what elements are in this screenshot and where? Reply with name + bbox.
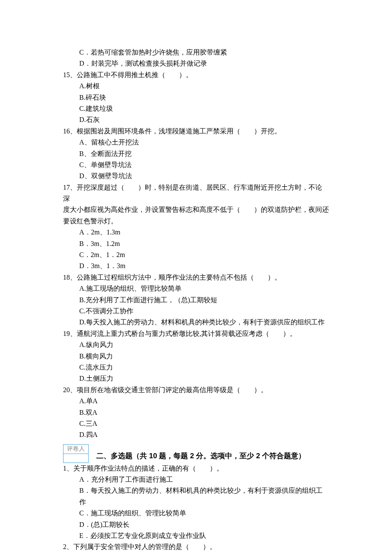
q20-option-c: C.三A	[63, 418, 329, 429]
q16-stem: 16、根据围岩及周围环境条件，浅埋段隧道施工严禁采用（ ）开挖。	[63, 126, 329, 137]
m1-option-d: D．(总)工期较长	[63, 519, 329, 530]
q19-stem: 19、通航河流上重力式桥台与重力式桥墩比较,其计算荷载还应考虑（ ）。	[63, 328, 329, 339]
q17-stem-line3: 要设红色警示灯。	[63, 216, 329, 227]
q20-option-d: D.四A	[63, 429, 329, 440]
q18-stem: 18、公路施工过程组织方法中，顺序作业法的主要特点不包括（ ）。	[63, 272, 329, 283]
q16-option-a: A、留核心土开挖法	[63, 137, 329, 148]
q15-stem: 15、公路施工中不得用推土机推（ ）。	[63, 69, 329, 81]
m1-option-b: B．每天投入施工的劳动力、材料和机具的种类比较少，有利于资源供应的组织工作	[63, 485, 329, 508]
q15-option-a: A.树根	[63, 81, 329, 92]
q17-option-c: C．2m、1．2m	[63, 249, 329, 260]
section-2-title: 二、多选题（共 10 题，每题 2 分。选项中，至少 2 个符合题意）	[96, 450, 306, 463]
q20-stem: 20、项目所在地省级交通主管部门评定的最高信用等级是（ ）。	[63, 384, 329, 396]
m2-stem: 2、下列属于安全管理中对人的管理的是（ ）。	[63, 541, 329, 552]
q18-option-d: D.每天投入施工的劳动力、材料和机具的种类比较少，有利于资源供应的组织工作	[63, 317, 329, 328]
q17-stem-line2: 度大小都应视为高处作业，并设置警告标志和高度不低于（ ）的双道防护栏，夜间还	[63, 204, 329, 215]
q18-option-c: C.不强调分工协作	[63, 306, 329, 317]
q20-option-b: B.双A	[63, 407, 329, 418]
scorer-blank	[63, 454, 89, 463]
q15-option-d: D.石灰	[63, 114, 329, 125]
q17-option-d: D．3m、1．3m	[63, 260, 329, 272]
q16-option-b: B、全断面法开挖	[63, 148, 329, 159]
m1-option-c: C．施工现场的组织、管理比较简单	[63, 508, 329, 519]
q19-option-a: A.纵向风力	[63, 339, 329, 350]
q17-option-a: A．2m、1.3m	[63, 227, 329, 238]
q19-option-d: D.土侧压力	[63, 373, 329, 384]
q16-option-c: C、单侧壁导坑法	[63, 159, 329, 171]
q19-option-c: C.流水压力	[63, 362, 329, 373]
q18-option-a: A.施工现场的组织、管理比较简单	[63, 283, 329, 294]
q17-option-b: B．3m、1.2m	[63, 238, 329, 249]
q18-option-b: B.充分利用了工作面进行施工，（总)工期较短	[63, 295, 329, 306]
q17-stem-line1: 17、开挖深度超过（ ）时，特别是在街道、居民区、行车道附近开挖土方时，不论 深	[63, 182, 329, 205]
m1-option-a: A．充分利用了工作面进行施工	[63, 474, 329, 485]
scorer-box: 评卷人	[63, 444, 89, 463]
q16-option-d: D、双侧壁导坑法	[63, 171, 329, 182]
q15-option-c: C.建筑垃圾	[63, 103, 329, 114]
q14-option-c: C．若热可缩套管加热时少许烧焦，应用胶带缠紧	[63, 47, 329, 58]
q20-option-a: A.单A	[63, 396, 329, 407]
q15-option-b: B.碎石块	[63, 92, 329, 103]
m1-stem: 1、关于顺序作业法特点的描述，正确的有（ ）。	[63, 463, 329, 474]
q19-option-b: B.横向风力	[63, 351, 329, 362]
scorer-label: 评卷人	[63, 444, 89, 454]
q14-option-d: D．封装完毕，测试检查接头损耗并做记录	[63, 58, 329, 69]
m1-option-e: E．必须按工艺专业化原则成立专业作业队	[63, 530, 329, 541]
